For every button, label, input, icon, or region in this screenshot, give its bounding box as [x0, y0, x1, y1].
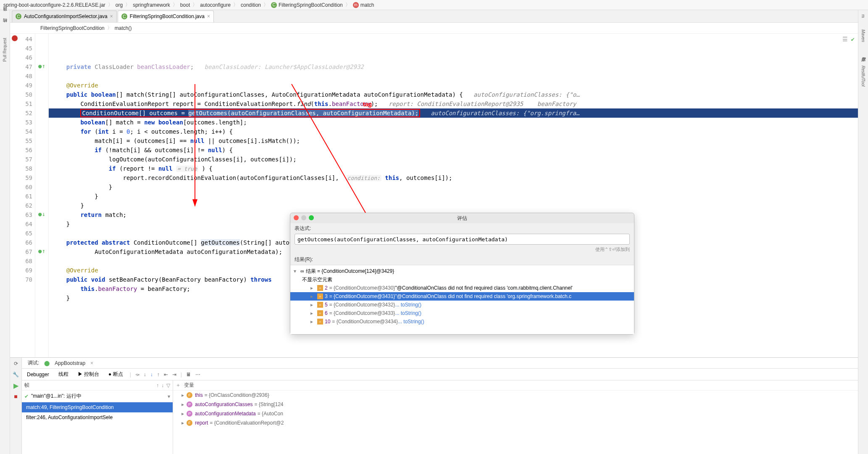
bc-cond[interactable]: condition: [241, 2, 261, 8]
debugger-tab[interactable]: Debugger: [24, 371, 52, 378]
code-line[interactable]: [49, 71, 858, 81]
threads-tab[interactable]: 线程: [56, 370, 71, 379]
bc-inner-method[interactable]: match(): [115, 25, 132, 31]
console-tab[interactable]: ▶ 控制台: [75, 370, 102, 379]
force-step-into-icon[interactable]: ↓: [150, 372, 153, 377]
stack-frame[interactable]: filter:246, AutoConfigurationImportSele: [22, 412, 173, 422]
dialog-title: 评估: [457, 215, 467, 222]
bc-inner-class[interactable]: FilteringSpringBootCondition: [40, 25, 105, 31]
code-line[interactable]: report.recordConditionEvaluation(autoCon…: [49, 173, 858, 182]
add-watch-icon[interactable]: ＋: [176, 382, 181, 389]
pullrequest-tool[interactable]: Pull Request: [3, 36, 7, 63]
window-zoom-icon[interactable]: [309, 215, 314, 220]
result-row[interactable]: ▸=5 = {ConditionOutcome@3432} ... toStri…: [290, 301, 634, 309]
code-line[interactable]: @Override: [49, 81, 858, 90]
stack-frame[interactable]: match:49, FilteringSpringBootCondition: [22, 402, 173, 412]
structure-tool[interactable]: 结构: [2, 24, 8, 28]
code-line[interactable]: ConditionEvaluationReport report = Condi…: [49, 99, 858, 108]
close-icon[interactable]: ×: [207, 13, 210, 19]
result-row[interactable]: ▸=2 = {ConditionOutcome@3430} "@Conditio…: [290, 284, 634, 292]
result-row[interactable]: ▸=6 = {ConditionOutcome@3433} ... toStri…: [290, 309, 634, 317]
run-config-name[interactable]: AppBootstrap: [51, 359, 89, 368]
maven-tool[interactable]: Maven: [861, 28, 865, 44]
code-line[interactable]: }: [49, 201, 858, 210]
bc-ac[interactable]: autoconfigure: [200, 2, 231, 8]
settings-icon[interactable]: 🔧: [12, 370, 20, 379]
code-line[interactable]: for (int i = 0; i < outcomes.length; i++…: [49, 127, 858, 136]
code-line[interactable]: public boolean[] match(String[] autoConf…: [49, 90, 858, 99]
dialog-titlebar[interactable]: 评估: [290, 213, 634, 223]
code-line[interactable]: boolean[] match = new boolean[outcomes.l…: [49, 118, 858, 127]
prev-frame-icon[interactable]: ↑: [156, 383, 159, 388]
breakpoints-tab[interactable]: ● 断点: [106, 370, 126, 379]
window-minimize-icon[interactable]: [301, 215, 306, 220]
shortcut-hint: 使用⌃⇧⏎添加到: [290, 246, 634, 254]
code-line[interactable]: logOutcome(autoConfigurationClasses[i], …: [49, 155, 858, 164]
step-over-icon[interactable]: ⤼: [135, 372, 139, 377]
tab-label: AutoConfigurationImportSelector.java: [24, 13, 108, 19]
more-icon[interactable]: ⋯: [195, 372, 200, 377]
annotation-tag: tag: [363, 101, 372, 108]
left-tool-strip: 项目 结构 Pull Request: [0, 10, 10, 454]
method-icon: m: [353, 2, 359, 8]
code-line[interactable]: if (!match[i] && outcomes[i] != null) {: [49, 145, 858, 155]
code-line[interactable]: match[i] = (outcomes[i] == null || outco…: [49, 136, 858, 145]
step-out-icon[interactable]: ↑: [157, 372, 160, 377]
rerun-icon[interactable]: ⟳: [12, 359, 20, 368]
line-number-gutter[interactable]: 4445464748495051525354555657585960616263…: [10, 34, 35, 357]
close-icon[interactable]: ×: [90, 360, 93, 366]
thread-selector[interactable]: ✔"main"@1...in": 运行中▾: [22, 391, 173, 402]
bc-jar[interactable]: spring-boot-autoconfigure-2.2.6.RELEASE.…: [3, 2, 105, 8]
result-tree[interactable]: ▾∞结果 = {ConditionOutcome[124]@3429} 不显示空…: [290, 265, 634, 334]
variable-row[interactable]: ▸PautoConfigurationMetadata = {AutoCon: [173, 409, 858, 418]
resume-icon[interactable]: ▶: [12, 381, 20, 390]
restful-tool[interactable]: RestfulTool: [861, 64, 865, 88]
debug-title: 调试:: [24, 358, 42, 368]
editor-tabs: C AutoConfigurationImportSelector.java ×…: [10, 10, 858, 23]
next-frame-icon[interactable]: ↓: [161, 383, 164, 388]
code-line[interactable]: }: [49, 182, 858, 192]
result-row[interactable]: ▸=3 = {ConditionOutcome@3431} "@Conditio…: [290, 292, 634, 301]
filter-icon[interactable]: ▽: [166, 383, 170, 388]
inspection-ok-icon[interactable]: ✔: [851, 34, 855, 44]
bc-org[interactable]: org: [116, 2, 123, 8]
close-icon[interactable]: ×: [110, 13, 113, 19]
class-icon: C: [271, 2, 277, 8]
database-tool[interactable]: 数据库: [860, 52, 866, 55]
result-label: 结果(R):: [290, 254, 634, 265]
debug-tabs: 调试: ⬤ AppBootstrap ×: [22, 358, 858, 369]
code-line[interactable]: }: [49, 192, 858, 201]
breadcrumb: spring-boot-autoconfigure-2.2.6.RELEASE.…: [0, 0, 868, 10]
drop-frame-icon[interactable]: ⇤: [164, 372, 168, 377]
bc-class[interactable]: FilteringSpringBootCondition: [279, 2, 343, 8]
debug-subtoolbar: Debugger 线程 ▶ 控制台 ● 断点 | ⤼ ↓ ↓ ↑ ⇤ ⇥ | 🖩…: [22, 369, 858, 380]
stop-icon[interactable]: ■: [12, 392, 20, 401]
tab-filtering-condition[interactable]: C FilteringSpringBootCondition.java ×: [118, 11, 214, 22]
variable-row[interactable]: ▸Fthis = {OnClassCondition@2936}: [173, 391, 858, 400]
result-row[interactable]: ▸=10 = {ConditionOutcome@3434} ... toStr…: [290, 317, 634, 326]
run-to-cursor-icon[interactable]: ⇥: [172, 372, 176, 377]
bc-boot[interactable]: boot: [180, 2, 190, 8]
debug-panel: ⟳ 🔧 ▶ ■ 调试: ⬤ AppBootstrap × Debugger 线程…: [10, 357, 858, 454]
expression-input[interactable]: [295, 234, 630, 245]
tab-autoconfig-selector[interactable]: C AutoConfigurationImportSelector.java ×: [12, 11, 117, 22]
evaluate-dialog[interactable]: 评估 表达式: 使用⌃⇧⏎添加到 结果(R): ▾∞结果 = {Conditio…: [290, 213, 634, 335]
class-icon: C: [16, 13, 21, 19]
project-tool[interactable]: 项目: [2, 13, 8, 16]
evaluate-icon[interactable]: 🖩: [186, 372, 191, 377]
code-line[interactable]: private ClassLoader beanClassLoader; bea…: [49, 62, 858, 71]
variable-row[interactable]: ▸PautoConfigurationClasses = {String[124: [173, 400, 858, 409]
step-into-icon[interactable]: ↓: [144, 372, 146, 377]
variable-row[interactable]: ▸Freport = {ConditionEvaluationReport@2: [173, 418, 858, 428]
reader-mode-icon[interactable]: ☰: [842, 34, 848, 44]
gutter-marks[interactable]: ●↑●↓●↑: [35, 34, 49, 357]
m-icon[interactable]: m: [861, 13, 865, 19]
chevron-right-icon: 〉: [107, 24, 112, 32]
bc-sf[interactable]: springframework: [133, 2, 170, 8]
window-close-icon[interactable]: [294, 215, 299, 220]
code-line[interactable]: if (report != null = true ) {: [49, 164, 858, 173]
variables-panel: ＋ 变量 ▸Fthis = {OnClassCondition@2936}▸Pa…: [173, 380, 858, 454]
code-line[interactable]: ConditionOutcome[] outcomes = getOutcome…: [49, 108, 858, 118]
bc-method[interactable]: match: [360, 2, 374, 8]
right-tool-strip: m Maven 数据库 RestfulTool: [858, 10, 868, 454]
